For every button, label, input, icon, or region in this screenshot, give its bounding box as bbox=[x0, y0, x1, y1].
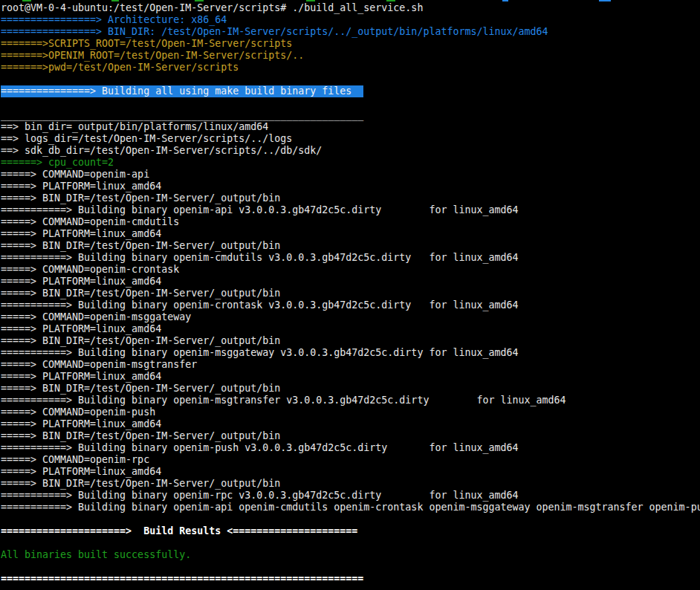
terminal-line: ======> cpu_count=2 bbox=[1, 157, 700, 169]
terminal-line: ================> Architecture: x86_64 bbox=[1, 14, 700, 26]
terminal-line: ===========> Building binary openim-rpc … bbox=[1, 490, 700, 502]
terminal-line-text: ======> cpu_count=2 bbox=[1, 157, 114, 169]
terminal-line: =====> PLATFORM=linux_amd64 bbox=[1, 276, 700, 288]
terminal-line: =====> BIN_DIR=/test/Open-IM-Server/_out… bbox=[1, 192, 700, 204]
terminal-line-text: =====> COMMAND=openim-msgtransfer bbox=[1, 359, 197, 371]
terminal-line: =====> PLATFORM=linux_amd64 bbox=[1, 323, 700, 335]
terminal-line: =====> COMMAND=openim-crontask bbox=[1, 264, 700, 276]
terminal-line-text: All binaries built successfully. bbox=[1, 549, 191, 561]
terminal-line: ==> bin_dir=_output/bin/platforms/linux/… bbox=[1, 121, 700, 133]
terminal-line-text: ________________________________________… bbox=[1, 109, 363, 121]
terminal-line-text: =====> PLATFORM=linux_amd64 bbox=[1, 323, 161, 335]
terminal-line: ================> BIN_DIR: /test/Open-IM… bbox=[1, 26, 700, 38]
terminal-line-text: =====> PLATFORM=linux_amd64 bbox=[1, 466, 161, 478]
terminal-line: =====> COMMAND=openim-msggateway bbox=[1, 311, 700, 323]
terminal-line-text: =====> COMMAND=openim-cmdutils bbox=[1, 216, 179, 228]
terminal-line: ==> sdk_db_dir=/test/Open-IM-Server/scri… bbox=[1, 145, 700, 157]
terminal-line-text: ===========> Building binary openim-rpc … bbox=[1, 490, 518, 502]
terminal-line-text: ===========> Building binary openim-cron… bbox=[1, 299, 518, 311]
terminal-line-text: =====> PLATFORM=linux_amd64 bbox=[1, 276, 161, 288]
terminal-line-text: =====================> Build Results <==… bbox=[1, 525, 357, 537]
terminal-line-text: ===========> Building binary openim-msgg… bbox=[1, 347, 518, 359]
terminal-line: =====================> Build Results <==… bbox=[1, 525, 700, 537]
terminal-line: =======>SCRIPTS_ROOT=/test/Open-IM-Serve… bbox=[1, 38, 700, 50]
terminal-line: =====> BIN_DIR=/test/Open-IM-Server/_out… bbox=[1, 383, 700, 395]
terminal-line-text: ==> bin_dir=_output/bin/platforms/linux/… bbox=[1, 121, 268, 133]
terminal-line: =====> PLATFORM=linux_amd64 bbox=[1, 371, 700, 383]
terminal-line: root@VM-0-4-ubuntu:/test/Open-IM-Server/… bbox=[1, 2, 700, 14]
terminal-line: =====> COMMAND=openim-cmdutils bbox=[1, 216, 700, 228]
terminal-line bbox=[1, 513, 700, 525]
terminal-line: =====> PLATFORM=linux_amd64 bbox=[1, 466, 700, 478]
terminal-line: =====> BIN_DIR=/test/Open-IM-Server/_out… bbox=[1, 240, 700, 252]
terminal-line-text: root@VM-0-4-ubuntu:/test/Open-IM-Server/… bbox=[1, 2, 423, 14]
clipped-line-fragment bbox=[195, 0, 204, 1]
terminal-line: All binaries built successfully. bbox=[1, 549, 700, 561]
terminal-line-text: ==> logs_dir=/test/Open-IM-Server/script… bbox=[1, 133, 292, 145]
terminal-line: =====> PLATFORM=linux_amd64 bbox=[1, 181, 700, 192]
terminal-line-text: =====> BIN_DIR=/test/Open-IM-Server/_out… bbox=[1, 430, 280, 442]
terminal-line: =======>OPENIM_ROOT=/test/Open-IM-Server… bbox=[1, 50, 700, 62]
terminal-line bbox=[1, 97, 700, 109]
highlighted-banner: ===============> Building all using make… bbox=[1, 85, 363, 97]
terminal-line-text: ===========> Building binary openim-api … bbox=[1, 502, 700, 513]
terminal-line-text: =====> BIN_DIR=/test/Open-IM-Server/_out… bbox=[1, 478, 280, 490]
terminal-line-text: =======>pwd=/test/Open-IM-Server/scripts bbox=[1, 62, 239, 74]
terminal-line: ===========> Building binary openim-api … bbox=[1, 204, 700, 216]
terminal-line: =====> BIN_DIR=/test/Open-IM-Server/_out… bbox=[1, 430, 700, 442]
terminal-line-text: =====> BIN_DIR=/test/Open-IM-Server/_out… bbox=[1, 240, 280, 252]
terminal-line: =====> PLATFORM=linux_amd64 bbox=[1, 418, 700, 430]
terminal-line-text: ========================================… bbox=[1, 573, 363, 585]
terminal-line: ===========> Building binary openim-cmdu… bbox=[1, 252, 700, 264]
terminal-line: =====> BIN_DIR=/test/Open-IM-Server/_out… bbox=[1, 478, 700, 490]
terminal-line: =====> COMMAND=openim-msgtransfer bbox=[1, 359, 700, 371]
terminal-line: ===========> Building binary openim-cron… bbox=[1, 299, 700, 311]
terminal-line-text: =====> COMMAND=openim-rpc bbox=[1, 454, 149, 466]
terminal-line-text: =====> COMMAND=openim-crontask bbox=[1, 264, 179, 276]
terminal-line bbox=[1, 74, 700, 85]
terminal-line-text: =====> PLATFORM=linux_amd64 bbox=[1, 418, 161, 430]
clipped-line-fragment bbox=[111, 0, 119, 1]
terminal-line bbox=[1, 537, 700, 549]
terminal-line-text: =====> PLATFORM=linux_amd64 bbox=[1, 181, 161, 192]
terminal-line: ===========> Building binary openim-push… bbox=[1, 442, 700, 454]
clipped-line-fragment bbox=[599, 0, 611, 1]
terminal-line: ===============> Building all using make… bbox=[1, 85, 700, 97]
terminal-line-text: =====> BIN_DIR=/test/Open-IM-Server/_out… bbox=[1, 192, 280, 204]
terminal-line-text: =====> BIN_DIR=/test/Open-IM-Server/_out… bbox=[1, 335, 280, 347]
terminal-line-text: ===========> Building binary openim-cmdu… bbox=[1, 252, 518, 264]
terminal-line: ===========> Building binary openim-api … bbox=[1, 502, 700, 513]
clipped-line-fragment bbox=[502, 0, 508, 1]
terminal-line: ==> logs_dir=/test/Open-IM-Server/script… bbox=[1, 133, 700, 145]
terminal-line-text: =====> PLATFORM=linux_amd64 bbox=[1, 371, 161, 383]
terminal-line: =====> BIN_DIR=/test/Open-IM-Server/_out… bbox=[1, 335, 700, 347]
terminal-line: =====> COMMAND=openim-push bbox=[1, 406, 700, 418]
terminal-line-text: =====> COMMAND=openim-push bbox=[1, 406, 155, 418]
terminal-line bbox=[1, 561, 700, 573]
terminal-line-text: ==> sdk_db_dir=/test/Open-IM-Server/scri… bbox=[1, 145, 322, 157]
terminal-line-text: =====> COMMAND=openim-api bbox=[1, 169, 149, 181]
terminal-line: ===========> Building binary openim-msgg… bbox=[1, 347, 700, 359]
terminal-line: =====> BIN_DIR=/test/Open-IM-Server/_out… bbox=[1, 288, 700, 299]
terminal-line-text: =====> COMMAND=openim-msggateway bbox=[1, 311, 191, 323]
terminal-line: =====> PLATFORM=linux_amd64 bbox=[1, 228, 700, 240]
terminal-output: root@VM-0-4-ubuntu:/test/Open-IM-Server/… bbox=[1, 2, 700, 585]
terminal-screen[interactable]: root@VM-0-4-ubuntu:/test/Open-IM-Server/… bbox=[0, 0, 700, 590]
terminal-line: ===========> Building binary openim-msgt… bbox=[1, 395, 700, 406]
terminal-line-text: ================> BIN_DIR: /test/Open-IM… bbox=[1, 26, 548, 38]
terminal-line-text: =====> PLATFORM=linux_amd64 bbox=[1, 228, 161, 240]
terminal-line-text: =======>SCRIPTS_ROOT=/test/Open-IM-Serve… bbox=[1, 38, 292, 50]
terminal-line: ________________________________________… bbox=[1, 109, 700, 121]
clipped-line-fragment bbox=[306, 0, 315, 1]
terminal-line-text: ===========> Building binary openim-msgt… bbox=[1, 395, 566, 406]
terminal-line-text: ================> Architecture: x86_64 bbox=[1, 14, 227, 26]
terminal-line-text: =====> BIN_DIR=/test/Open-IM-Server/_out… bbox=[1, 288, 280, 299]
terminal-line: =====> COMMAND=openim-api bbox=[1, 169, 700, 181]
terminal-line-text: ===========> Building binary openim-push… bbox=[1, 442, 518, 454]
terminal-line: =======>pwd=/test/Open-IM-Server/scripts bbox=[1, 62, 700, 74]
clipped-line-fragment bbox=[22, 0, 31, 1]
terminal-line: =====> COMMAND=openim-rpc bbox=[1, 454, 700, 466]
terminal-line-text: =====> BIN_DIR=/test/Open-IM-Server/_out… bbox=[1, 383, 280, 395]
clipped-line-fragment bbox=[386, 0, 395, 1]
terminal-line: ========================================… bbox=[1, 573, 700, 585]
